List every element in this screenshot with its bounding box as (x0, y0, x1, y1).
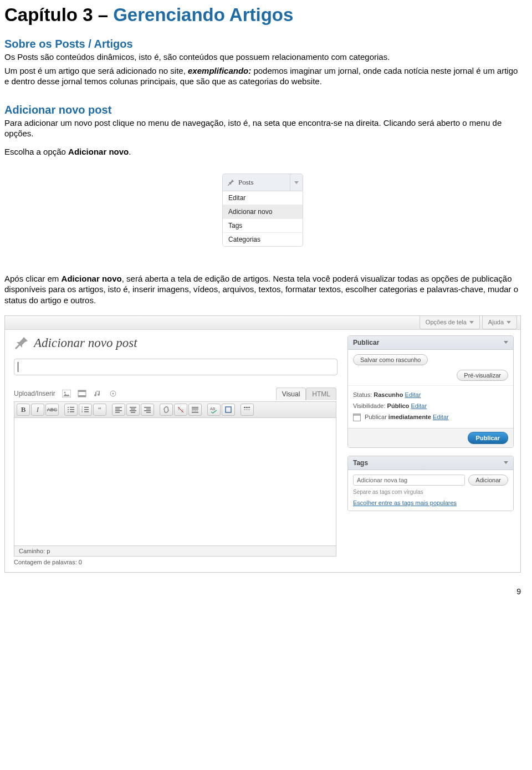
add-audio-icon[interactable] (93, 390, 102, 397)
editor-sidebar: Publicar Salvar como rascunho Pré-visual… (345, 330, 520, 572)
add-image-icon[interactable] (62, 390, 71, 397)
svg-rect-37 (226, 407, 231, 412)
section2-para2: Escolha a opção Adicionar novo. (4, 146, 521, 157)
toolbar-spellcheck[interactable]: AB (207, 404, 221, 416)
section2-para2-bold: Adicionar novo (68, 147, 129, 156)
svg-rect-25 (130, 410, 136, 411)
section1-heading: Sobre os Posts / Artigos (4, 38, 521, 50)
toolbar-bold[interactable]: B (17, 404, 30, 416)
section3-para-bold: Adicionar novo (62, 274, 122, 283)
help-tab[interactable]: Ajuda (482, 316, 517, 329)
menu-item-categorias[interactable]: Categorias (223, 233, 303, 246)
pin-icon (227, 179, 235, 186)
save-draft-button[interactable]: Salvar como rascunho (353, 354, 428, 365)
section1-para1: Os Posts são conteúdos dinâmicos, isto é… (4, 52, 521, 62)
visibility-edit-link[interactable]: Editar (411, 402, 427, 409)
svg-rect-40 (248, 407, 250, 408)
toolbar-unlink[interactable] (174, 404, 187, 416)
schedule-line: Publicar imediatamente Editar (353, 411, 508, 424)
editor-page-title-text: Adicionar novo post (34, 336, 137, 350)
toolbar-align-right[interactable] (141, 404, 154, 416)
new-tag-input[interactable]: Adicionar nova tag (353, 475, 465, 486)
posts-menu-body: Editar Adicionar novo Tags Categorias (222, 191, 303, 247)
svg-point-9 (68, 409, 69, 410)
toolbar-ol[interactable]: 123 (79, 404, 92, 416)
status-line: Status: Rascunho Editar (353, 389, 508, 400)
svg-rect-32 (192, 407, 198, 408)
posts-menu-header[interactable]: Posts (222, 174, 303, 191)
editor-toolbar: B I ABC 123 “ AB (14, 401, 336, 418)
svg-text:3: 3 (81, 410, 83, 413)
toolbar-kitchen-sink[interactable] (241, 404, 254, 416)
publish-button[interactable]: Publicar (468, 432, 508, 444)
publish-box-header[interactable]: Publicar (348, 336, 513, 350)
svg-rect-16 (84, 409, 89, 410)
add-video-icon[interactable] (78, 390, 86, 397)
svg-rect-30 (146, 412, 151, 413)
tags-box-header[interactable]: Tags (348, 456, 513, 470)
svg-rect-33 (192, 409, 198, 410)
svg-point-6 (112, 393, 114, 395)
popular-tags-link[interactable]: Escolher entre as tags mais populares (353, 499, 508, 506)
toolbar-quote[interactable]: “ (93, 404, 106, 416)
toolbar-align-left[interactable] (112, 404, 125, 416)
screen-options-tab[interactable]: Opções de tela (420, 316, 480, 329)
section2-heading: Adicionar novo post (4, 104, 521, 116)
menu-item-editar[interactable]: Editar (223, 191, 303, 205)
text-caret (18, 362, 18, 372)
add-media-icon[interactable] (109, 390, 117, 397)
menu-item-tags[interactable]: Tags (223, 219, 303, 233)
preview-button[interactable]: Pré-visualizar (457, 370, 508, 381)
toolbar-ul[interactable] (64, 404, 78, 416)
toolbar-link[interactable] (160, 404, 173, 416)
toolbar-more[interactable] (188, 404, 202, 416)
status-edit-link[interactable]: Editar (405, 391, 421, 398)
svg-rect-14 (84, 407, 89, 408)
schedule-edit-link[interactable]: Editar (433, 414, 449, 420)
section3-para-a: Após clicar em (4, 274, 62, 283)
publish-box-title: Publicar (353, 339, 379, 346)
svg-rect-27 (144, 407, 151, 408)
tab-visual[interactable]: Visual (276, 387, 306, 400)
status-label: Status: (353, 391, 372, 398)
section2-para2-a: Escolha a opção (4, 147, 68, 156)
section1-para2: Um post é um artigo que será adicionado … (4, 65, 521, 86)
svg-rect-23 (130, 407, 136, 408)
chevron-down-icon (504, 341, 508, 344)
posts-menu-title: Posts (238, 178, 253, 187)
toolbar-align-center[interactable] (126, 404, 140, 416)
visibility-label: Visibilidade: (353, 402, 386, 409)
posts-menu-screenshot: Posts Editar Adicionar novo Tags Categor… (4, 174, 521, 247)
chevron-down-icon (469, 321, 474, 324)
chapter-name: Gerenciando Artigos (113, 4, 293, 25)
post-content-editor[interactable] (14, 418, 336, 546)
svg-rect-20 (115, 409, 120, 410)
publish-box: Publicar Salvar como rascunho Pré-visual… (347, 335, 514, 448)
svg-rect-22 (115, 412, 120, 413)
pin-icon (14, 335, 29, 351)
calendar-icon (353, 414, 361, 421)
svg-rect-18 (84, 411, 89, 412)
svg-rect-38 (244, 407, 245, 408)
chevron-down-icon (504, 461, 508, 464)
svg-rect-3 (78, 390, 86, 392)
svg-point-7 (68, 407, 69, 408)
svg-point-11 (68, 411, 69, 412)
tags-box-title: Tags (353, 459, 368, 467)
tab-html[interactable]: HTML (306, 387, 336, 400)
toolbar-fullscreen[interactable] (222, 404, 235, 416)
section1-para2-a: Um post é um artigo que será adicionado … (4, 66, 188, 75)
schedule-b: imediatamente (388, 414, 431, 420)
toolbar-strike[interactable]: ABC (45, 404, 59, 416)
upload-label: Upload/Inserir (14, 390, 55, 397)
menu-item-adicionar-novo[interactable]: Adicionar novo (223, 205, 303, 219)
editor-screenshot: Opções de tela Ajuda Adicionar novo post… (4, 315, 521, 573)
svg-rect-26 (131, 412, 135, 413)
editor-main-column: Adicionar novo post Upload/Inserir Visua… (5, 330, 345, 572)
toolbar-italic[interactable]: I (31, 404, 44, 416)
section2-para1: Para adicionar um novo post clique no me… (4, 118, 521, 139)
posts-menu-toggle[interactable] (290, 174, 303, 191)
post-title-input[interactable] (14, 359, 337, 375)
editor-path: Caminho: p (14, 546, 336, 557)
add-tag-button[interactable]: Adicionar (468, 475, 508, 486)
